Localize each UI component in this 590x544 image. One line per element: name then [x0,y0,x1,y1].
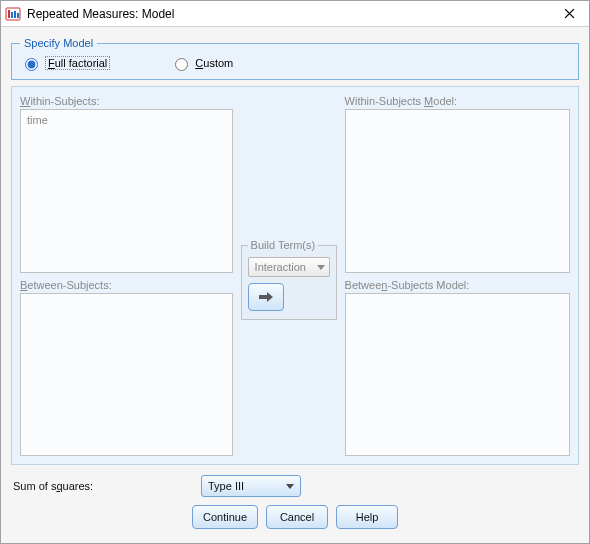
cancel-button[interactable]: Cancel [266,505,328,529]
dialog-window: Repeated Measures: Model Specify Model F… [0,0,590,544]
continue-button[interactable]: Continue [192,505,258,529]
specify-model-legend: Specify Model [20,37,97,49]
svg-rect-4 [17,13,19,18]
sum-of-squares-combo[interactable]: Type III [201,475,301,497]
app-icon [5,6,21,22]
sum-of-squares-row: Sum of squares: Type III [11,465,579,501]
radio-full-factorial[interactable]: Full factorial [20,55,110,71]
between-subjects-list[interactable] [20,293,233,457]
dialog-content: Specify Model Full factorial Custom With… [1,27,589,543]
within-subjects-model-label: Within-Subjects Model: [345,95,570,107]
dialog-buttons: Continue Cancel Help [11,501,579,539]
list-item[interactable]: time [23,112,230,128]
build-terms-type-value: Interaction [255,261,306,273]
build-terms-group: Build Term(s) Interaction [241,239,337,320]
radio-custom[interactable]: Custom [170,55,233,71]
svg-rect-3 [14,11,16,18]
chevron-down-icon [286,484,294,489]
radio-custom-input[interactable] [175,58,188,71]
radio-full-factorial-label: Full factorial [45,56,110,70]
within-subjects-list[interactable]: time [20,109,233,273]
within-subjects-model-list[interactable] [345,109,570,273]
chevron-down-icon [317,265,325,270]
radio-full-factorial-input[interactable] [25,58,38,71]
svg-rect-2 [11,12,13,18]
between-subjects-model-list[interactable] [345,293,570,457]
radio-custom-label: Custom [195,57,233,69]
titlebar: Repeated Measures: Model [1,1,589,27]
model-area: Within-Subjects: time Between-Subjects: … [11,86,579,465]
add-term-button[interactable] [248,283,284,311]
sum-of-squares-label: Sum of squares: [13,480,191,492]
within-subjects-label: Within-Subjects: [20,95,233,107]
window-title: Repeated Measures: Model [27,7,174,21]
sum-of-squares-value: Type III [208,480,244,492]
close-button[interactable] [555,4,583,24]
help-button[interactable]: Help [336,505,398,529]
svg-rect-1 [8,10,10,18]
build-terms-legend: Build Term(s) [248,239,319,251]
build-terms-type-combo[interactable]: Interaction [248,257,330,277]
between-subjects-model-label: Between-Subjects Model: [345,275,570,291]
specify-model-group: Specify Model Full factorial Custom [11,37,579,80]
between-subjects-label: Between-Subjects: [20,275,233,291]
build-terms-column: Build Term(s) Interaction [239,109,339,456]
